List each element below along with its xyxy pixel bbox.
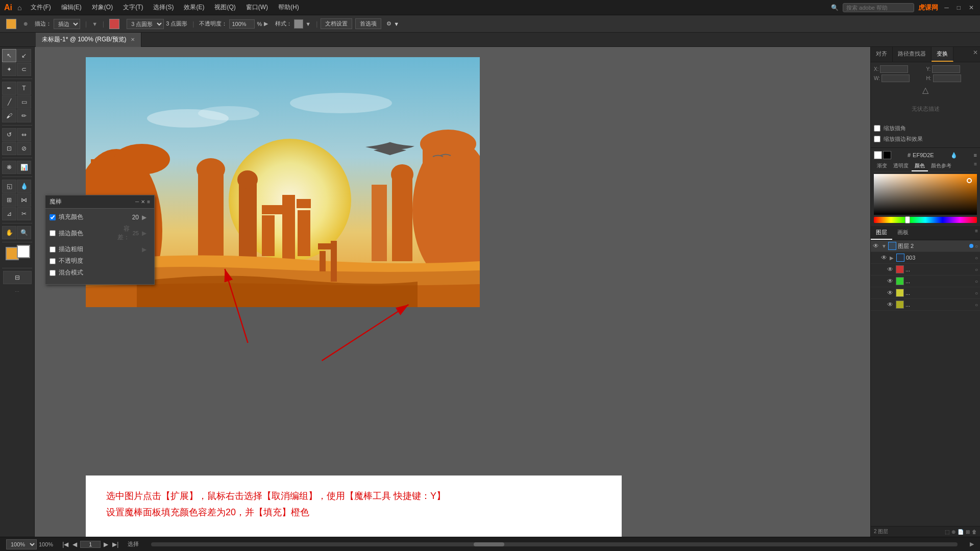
color-ref-tab[interactable]: 颜色参考 xyxy=(928,161,954,171)
layers-menu[interactable]: ≡ xyxy=(973,226,980,240)
preferences-icon[interactable]: ⚙ ▼ xyxy=(384,19,401,28)
delete-layer-icon[interactable]: 🗑 xyxy=(972,529,977,535)
new-sublayer-icon[interactable]: ⊕ xyxy=(951,529,955,535)
transparency-tab[interactable]: 透明度 xyxy=(890,161,912,171)
transform-x-input[interactable] xyxy=(880,65,908,73)
pathfinder-tab[interactable]: 路径查找器 xyxy=(893,47,932,62)
scale-corners-checkbox[interactable] xyxy=(874,125,880,132)
mirror-tool[interactable]: ⇔ xyxy=(17,128,31,141)
layer-item[interactable]: 👁 ... ○ xyxy=(871,276,980,287)
horizontal-scrollbar[interactable] xyxy=(151,542,958,546)
expand-icon[interactable]: ▶ xyxy=(890,255,895,261)
preferences-button[interactable]: 首选项 xyxy=(355,18,381,29)
black-swatch[interactable] xyxy=(883,151,891,159)
prev-page-btn[interactable]: ◀ xyxy=(71,541,78,548)
pencil-tool[interactable]: ✏ xyxy=(17,109,31,122)
text-tool[interactable]: T xyxy=(17,82,31,95)
transform-h-input[interactable] xyxy=(933,74,961,82)
color-gradient-box[interactable] xyxy=(874,174,977,215)
transform-y-input[interactable] xyxy=(932,65,960,73)
menu-select[interactable]: 选择(S) xyxy=(149,2,178,13)
gradient-tool[interactable]: ◱ xyxy=(2,180,16,193)
more-tools[interactable]: ... xyxy=(15,287,19,293)
document-tab[interactable]: 未标题-1* @ 100% (RGB/预览) ✕ xyxy=(36,33,141,47)
paintbrush-tool[interactable]: 🖌 xyxy=(2,109,16,122)
eyedropper-icon[interactable]: 💧 xyxy=(950,152,958,159)
hand-tool[interactable]: ✋ xyxy=(2,226,16,239)
gradient-tab[interactable]: 渐变 xyxy=(874,161,890,171)
mesh-tool[interactable]: ⊞ xyxy=(2,193,16,207)
stroke-weight-checkbox[interactable] xyxy=(50,246,56,253)
stroke-color-checkbox[interactable] xyxy=(50,230,56,236)
doc-settings-button[interactable]: 文档设置 xyxy=(321,18,352,29)
zoom-tool[interactable]: 🔍 xyxy=(17,226,31,239)
menu-edit[interactable]: 编辑(E) xyxy=(57,2,86,13)
layer-item[interactable]: 👁 ... ○ xyxy=(871,264,980,276)
color-menu-icon[interactable]: ≡ xyxy=(974,152,977,158)
stroke-color-swatch[interactable] xyxy=(107,18,121,30)
eye-icon[interactable]: 👁 xyxy=(881,254,888,261)
panel-minimize[interactable]: ─ xyxy=(135,199,139,205)
fill-color-swatch[interactable] xyxy=(4,18,18,30)
style-expand[interactable]: ▼ xyxy=(305,21,311,27)
layer-item[interactable]: 👁 ▶ 003 ○ xyxy=(871,252,980,264)
panel-close[interactable]: ✕ xyxy=(141,199,145,205)
magic-wand-tool[interactable]: ✦ xyxy=(2,63,16,76)
shear-tool[interactable]: ⊘ xyxy=(17,142,31,155)
menu-window[interactable]: 窗口(W) xyxy=(242,2,272,13)
fill-color-btn[interactable]: ▶ xyxy=(142,214,150,221)
opacity-input[interactable] xyxy=(229,19,255,29)
menu-help[interactable]: 帮助(H) xyxy=(274,2,303,13)
new-layer-icon[interactable]: 📄 xyxy=(958,529,964,535)
next-page-btn[interactable]: ▶ xyxy=(103,541,109,548)
panel-menu[interactable]: ≡ xyxy=(147,199,150,205)
eye-icon[interactable]: 👁 xyxy=(873,242,880,249)
blend-mode-checkbox[interactable] xyxy=(50,270,56,276)
pen-tool[interactable]: ✒ xyxy=(2,82,16,95)
first-page-btn[interactable]: |◀ xyxy=(61,541,69,548)
eye-icon[interactable]: 👁 xyxy=(887,266,894,273)
chevron-down-icon[interactable]: ▼ xyxy=(394,21,399,27)
tab-close-icon[interactable]: ✕ xyxy=(131,37,135,42)
menu-text[interactable]: 文字(T) xyxy=(119,2,147,13)
color-tab[interactable]: 颜色 xyxy=(912,161,928,171)
menu-object[interactable]: 对象(O) xyxy=(88,2,117,13)
color-panel-menu[interactable]: ≡ xyxy=(974,161,977,171)
duplicate-icon[interactable]: ⊞ xyxy=(966,529,970,535)
gear-icon[interactable]: ⚙ xyxy=(386,20,391,27)
fill-swatch[interactable] xyxy=(6,19,16,29)
window-close[interactable]: ✕ xyxy=(967,4,976,11)
rect-tool[interactable]: ▭ xyxy=(17,95,31,109)
scale-tool[interactable]: ⊡ xyxy=(2,142,16,155)
scroll-right-btn[interactable]: ▶ xyxy=(970,541,974,547)
stroke-swatch[interactable] xyxy=(109,19,119,29)
home-icon[interactable]: ⌂ xyxy=(17,4,21,12)
transform-w-input[interactable] xyxy=(881,74,910,82)
white-swatch[interactable] xyxy=(874,151,882,159)
scrollbar-thumb[interactable] xyxy=(474,542,504,546)
artboard-tool[interactable]: ⊟ xyxy=(3,271,32,284)
symbol-tool[interactable]: ❋ xyxy=(2,161,16,174)
artboard-tab[interactable]: 画板 xyxy=(892,226,914,240)
make-clip-icon[interactable]: ⬚ xyxy=(945,529,949,535)
stroke-color-btn[interactable]: ▶ xyxy=(142,230,150,237)
style-swatch[interactable] xyxy=(294,19,303,29)
layers-tab[interactable]: 图层 xyxy=(871,226,892,240)
window-minimize[interactable]: ─ xyxy=(942,4,951,11)
stroke-icon[interactable]: ⊕ xyxy=(21,20,30,28)
scissors-tool[interactable]: ✂ xyxy=(17,207,31,220)
slice-tool[interactable]: ⊿ xyxy=(2,207,16,220)
selection-tool[interactable]: ↖ xyxy=(2,49,16,62)
transform-tab[interactable]: 变换 xyxy=(932,47,953,62)
expand-icon[interactable]: ▼ xyxy=(881,243,887,249)
right-panel-close[interactable]: ✕ xyxy=(971,47,980,62)
layer-item[interactable]: 👁 ▼ 图层 2 ○ xyxy=(871,240,980,252)
opacity-expand[interactable]: ▶ xyxy=(264,20,268,27)
stroke-weight-btn[interactable]: ▶ xyxy=(142,246,150,253)
background-color[interactable] xyxy=(17,245,30,258)
window-maximize[interactable]: □ xyxy=(955,4,963,11)
mode-dropdown[interactable]: 插边 xyxy=(54,19,80,29)
canvas-area[interactable]: 魔棒 ─ ✕ ≡ 填充颜色 20 ▶ 描边颜色 xyxy=(35,47,870,537)
hue-slider[interactable] xyxy=(874,217,977,223)
zoom-select[interactable]: 100% xyxy=(6,539,37,549)
